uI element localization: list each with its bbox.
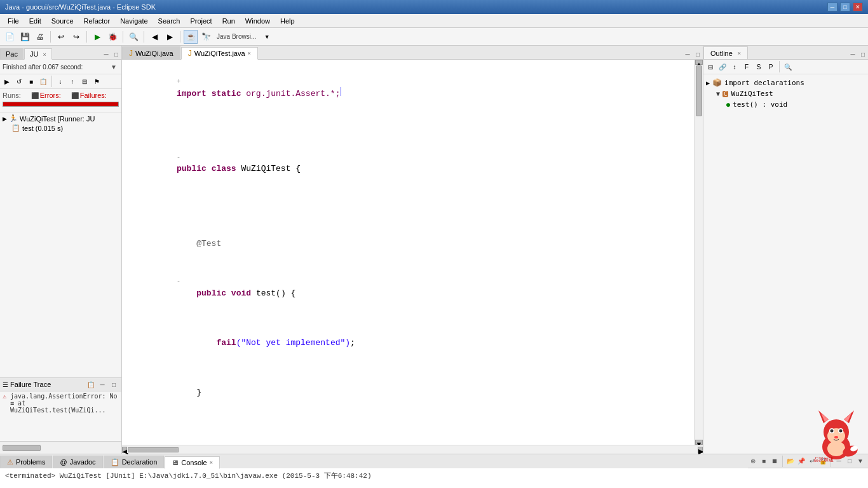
left-panel-minimize[interactable]: ─ [101,49,111,59]
vscroll-track[interactable] [695,65,703,440]
left-panel-maximize[interactable]: □ [111,49,121,59]
toolbar-separator-1 [50,31,51,43]
console-terminate-btn[interactable]: ⏹ [770,456,780,466]
console-clear-btn[interactable]: ⊗ [748,456,758,466]
outline-link-editor[interactable]: 🔗 [717,61,728,72]
outline-hide-fields[interactable]: F [741,61,752,72]
console-open-console-btn[interactable]: 📂 [785,456,796,466]
editor-hscroll[interactable]: ◀ ▶ [122,445,703,454]
java-perspective[interactable]: ☕ [184,30,198,44]
code-line-method: - public void test() { [127,262,689,312]
outline-minimize-btn[interactable]: ─ [848,49,858,59]
hscroll-track[interactable] [127,447,698,453]
outline-tab[interactable]: Outline × [703,46,748,59]
left-tab-junit[interactable]: JU × [24,48,52,60]
rerun-button[interactable]: ▶ [1,76,13,87]
undo-button[interactable]: ↩ [54,30,68,44]
left-hscroll-thumb[interactable] [3,445,41,451]
new-button[interactable]: 📄 [3,30,17,44]
prev-failure-button[interactable]: ↑ [67,76,78,87]
console-pin-btn[interactable]: 📌 [796,456,806,466]
outline-imports[interactable]: ▶ 📦 import declarations [706,77,865,88]
code-line-close-class: } [127,424,689,445]
outline-class[interactable]: ▼ C WuZiQiTest [716,88,865,99]
debug-button[interactable]: 🐞 [105,30,119,44]
console-tab-close[interactable]: × [210,459,213,466]
bottom-minimize-btn[interactable]: ─ [834,456,844,466]
menu-help[interactable]: Help [275,16,300,26]
outline-hide-static[interactable]: S [753,61,764,72]
outline-filter[interactable]: 🔍 [782,61,794,72]
menu-file[interactable]: File [3,16,24,26]
left-panel-hscroll[interactable] [0,441,121,454]
history-button[interactable]: 📋 [37,76,49,87]
editor-maximize-btn[interactable]: □ [693,49,703,59]
hscroll-left-btn[interactable]: ◀ [122,447,127,453]
rerun-failed-button[interactable]: ↺ [13,76,25,87]
menu-source[interactable]: Source [46,16,79,26]
save-button[interactable]: 💾 [18,30,32,44]
vscroll-up-btn[interactable]: ▲ [695,60,703,65]
browse-perspective[interactable]: 🔭 [199,30,213,44]
outline-sort[interactable]: ↕ [729,61,740,72]
editor-tab-wuziqijava[interactable]: J WuZiQi.java [122,46,180,59]
close-button[interactable]: ✕ [853,3,863,11]
outline-collapse-all[interactable]: ⊟ [705,61,716,72]
vscroll-thumb[interactable] [696,65,702,116]
bottom-tab-javadoc[interactable]: @ Javadoc [53,456,102,468]
test-tree-item-suite[interactable]: ▶ 🏃 WuZiQiTest [Runner: JU [1,114,120,123]
test-tree: ▶ 🏃 WuZiQiTest [Runner: JU 📋 test (0.015… [0,112,121,377]
vscroll-down-btn[interactable]: ▼ [695,440,703,445]
tab-label-wuziqitestjava: WuZiQiTest.java [194,50,245,57]
failure-copy-btn[interactable]: 📋 [86,379,96,390]
bottom-tab-problems[interactable]: ⚠ Problems [0,456,52,468]
left-toolbar: ▶ ↺ ■ 📋 ↓ ↑ ⊟ ⚑ [0,74,121,89]
show-only-failures[interactable]: ⚑ [91,76,102,87]
maximize-button[interactable]: □ [840,3,850,11]
failure-minimize-btn[interactable]: ─ [97,379,107,390]
left-tab-junit-close[interactable]: × [43,51,46,58]
test-tree-item-test[interactable]: 📋 test (0.015 s) [1,123,120,133]
menu-run[interactable]: Run [217,16,240,26]
left-status-scroll[interactable]: ▼ [109,62,119,72]
console-word-wrap-btn[interactable]: ↵ [807,456,817,466]
outline-tab-close[interactable]: × [738,50,741,57]
hscroll-right-btn[interactable]: ▶ [698,447,703,453]
console-stop-btn[interactable]: ■ [759,456,769,466]
collapse-all[interactable]: ⊟ [79,76,90,87]
next-failure-button[interactable]: ↓ [55,76,66,87]
menu-edit[interactable]: Edit [24,16,46,26]
code-editor[interactable]: + import static org.junit.Assert.*; - pu… [122,60,694,445]
editor-tab-close[interactable]: × [248,50,251,57]
hscroll-thumb[interactable] [128,447,179,452]
editor-tab-wuziqitestjava[interactable]: J WuZiQiTest.java × [181,47,258,60]
menu-refactor[interactable]: Refactor [79,16,116,26]
bottom-panel-menu[interactable]: ▼ [855,456,865,466]
stop-button[interactable]: ■ [25,76,37,87]
outline-method[interactable]: ● test() : void [726,99,865,110]
outline-hide-nonpublic[interactable]: P [765,61,776,72]
editor-vscroll[interactable]: ▲ ▼ [694,60,703,445]
menu-window[interactable]: Window [240,16,275,26]
print-button[interactable]: 🖨 [33,30,47,44]
test-status-text: Finished after 0.067 second: [3,64,83,71]
menu-navigate[interactable]: Navigate [115,16,153,26]
failure-maximize-btn[interactable]: □ [109,379,119,390]
run-button[interactable]: ▶ [90,30,104,44]
editor-minimize-btn[interactable]: ─ [682,49,693,59]
console-scroll-lock-btn[interactable]: 🔒 [818,456,828,466]
perspective-menu[interactable]: ▼ [260,30,274,44]
bottom-maximize-btn[interactable]: □ [844,456,855,466]
bottom-tab-console[interactable]: 🖥 Console × [165,456,220,469]
minimize-button[interactable]: ─ [827,3,837,11]
bottom-tab-declaration[interactable]: 📋 Declaration [104,456,165,468]
menu-project[interactable]: Project [185,16,217,26]
redo-button[interactable]: ↪ [69,30,83,44]
console-tab-icon: 🖥 [172,459,179,466]
left-tab-package-explorer[interactable]: Pac [0,48,24,59]
prev-button[interactable]: ◀ [147,30,161,44]
search-button[interactable]: 🔍 [126,30,140,44]
next-button[interactable]: ▶ [163,30,177,44]
outline-maximize-btn[interactable]: □ [858,49,868,59]
menu-search[interactable]: Search [153,16,186,26]
